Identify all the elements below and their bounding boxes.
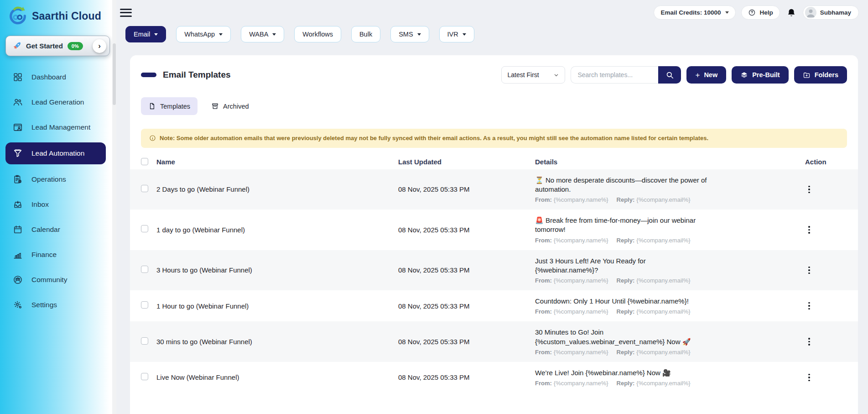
- sort-select[interactable]: Latest First: [501, 66, 565, 84]
- table-row: 1 Hour to go (Webinar Funnel)08 Nov, 202…: [130, 290, 858, 321]
- channel-tab-workflows[interactable]: Workflows: [294, 26, 341, 42]
- email-templates-card: Email Templates Latest First: [130, 55, 858, 414]
- channel-tab-email[interactable]: Email: [125, 26, 166, 42]
- sidebar-item-dashboard[interactable]: Dashboard: [5, 67, 106, 87]
- template-meta: From:{%company.name%}Reply:{%company.ema…: [535, 196, 795, 203]
- folders-button[interactable]: Folders: [794, 66, 847, 84]
- sidebar-item-community[interactable]: Community: [5, 270, 106, 290]
- template-meta: From:{%company.name%}Reply:{%company.ema…: [535, 349, 795, 356]
- row-actions-kebab-icon[interactable]: [805, 335, 813, 348]
- from-value: {%company.name%}: [554, 380, 608, 387]
- sidebar-scrollbar-thumb[interactable]: [113, 43, 116, 105]
- hamburger-menu-icon[interactable]: [120, 9, 132, 17]
- templates-table: Name Last Updated Details Action 2 Days …: [130, 154, 858, 393]
- channel-tab-waba[interactable]: WABA: [241, 26, 284, 42]
- row-checkbox[interactable]: [141, 225, 148, 232]
- row-action-cell: [795, 264, 847, 277]
- template-name: 1 Hour to go (Webinar Funnel): [156, 302, 398, 310]
- row-actions-kebab-icon[interactable]: [805, 223, 813, 236]
- sidebar-item-operations[interactable]: Operations: [5, 169, 106, 189]
- template-subject: 🚨 Break free from time-for-money—join ou…: [535, 216, 709, 235]
- channel-tab-ivr[interactable]: IVR: [439, 26, 474, 42]
- sidebar-item-inbox[interactable]: Inbox: [5, 194, 106, 215]
- new-template-button[interactable]: + New: [686, 66, 726, 84]
- channel-tab-bulk[interactable]: Bulk: [351, 26, 380, 42]
- sidebar-item-lead-automation[interactable]: Lead Automation: [5, 142, 106, 164]
- row-checkbox[interactable]: [141, 185, 148, 192]
- meta-reply: Reply:{%company.email%}: [617, 349, 691, 356]
- search-button[interactable]: [658, 66, 681, 84]
- row-checkbox-cell: [141, 337, 156, 346]
- help-button[interactable]: Help: [741, 5, 780, 20]
- sidebar-item-lead-management[interactable]: Lead Management: [5, 117, 106, 137]
- sidebar-item-calendar[interactable]: Calendar: [5, 220, 106, 240]
- template-meta: From:{%company.name%}Reply:{%company.ema…: [535, 277, 795, 284]
- users-icon: [12, 97, 23, 107]
- reply-value: {%company.email%}: [636, 277, 690, 284]
- reply-label: Reply:: [617, 196, 635, 203]
- row-checkbox[interactable]: [141, 266, 148, 273]
- help-icon: [748, 9, 756, 16]
- row-checkbox[interactable]: [141, 301, 148, 309]
- template-subject: Just 3 Hours Left! Are You Ready for {%w…: [535, 257, 709, 275]
- document-icon: [148, 102, 156, 110]
- row-checkbox[interactable]: [141, 337, 148, 345]
- tab-archived[interactable]: Archived: [204, 97, 256, 115]
- topbar: Email Credits: 10000 Help: [116, 0, 868, 23]
- notification-bell-icon[interactable]: [785, 8, 797, 18]
- reply-label: Reply:: [617, 349, 635, 356]
- template-name: Live Now (Webinar Funnel): [156, 373, 398, 381]
- chevron-down-icon: [154, 33, 158, 36]
- sync-note-banner: Note: Some older automation emails that …: [141, 129, 847, 148]
- chevron-right-icon[interactable]: ›: [93, 39, 106, 53]
- row-action-cell: [795, 299, 847, 313]
- sidebar-item-lead-generation[interactable]: Lead Generation: [5, 92, 106, 112]
- sidebar-item-finance[interactable]: Finance: [5, 245, 106, 265]
- sidebar-item-label: Inbox: [31, 200, 49, 209]
- from-value: {%company.name%}: [554, 308, 608, 315]
- table-row: Live Now (Webinar Funnel)08 Nov, 2025 05…: [130, 362, 858, 393]
- row-actions-kebab-icon[interactable]: [805, 183, 813, 196]
- row-action-cell: [795, 223, 847, 236]
- last-updated: 08 Nov, 2025 05:33 PM: [398, 266, 535, 274]
- user-name: Subhamay: [820, 9, 851, 16]
- sort-selected-value: Latest First: [507, 71, 539, 79]
- search-input[interactable]: [571, 66, 658, 84]
- user-menu-button[interactable]: Subhamay: [803, 5, 859, 20]
- from-label: From:: [535, 277, 552, 284]
- from-label: From:: [535, 380, 552, 387]
- select-all-checkbox[interactable]: [141, 158, 148, 165]
- reply-value: {%company.email%}: [636, 308, 690, 315]
- meta-reply: Reply:{%company.email%}: [617, 308, 691, 315]
- meta-from: From:{%company.name%}: [535, 308, 608, 315]
- row-actions-kebab-icon[interactable]: [805, 299, 813, 313]
- row-actions-kebab-icon[interactable]: [805, 371, 813, 384]
- calendar-icon: [12, 225, 23, 235]
- template-details: 30 Minutes to Go! Join {%custom_values.w…: [535, 328, 795, 356]
- template-details: Just 3 Hours Left! Are You Ready for {%w…: [535, 257, 795, 284]
- sidebar-item-settings[interactable]: Settings: [5, 295, 106, 315]
- sidebar-item-label: Calendar: [31, 225, 60, 234]
- pre-built-button[interactable]: Pre-Built: [732, 66, 788, 84]
- channel-tab-sms[interactable]: SMS: [390, 26, 429, 42]
- meta-reply: Reply:{%company.email%}: [617, 277, 691, 284]
- email-credits-button[interactable]: Email Credits: 10000: [654, 5, 736, 20]
- sidebar-item-label: Lead Generation: [31, 98, 84, 106]
- brand-name: Saarthi Cloud: [32, 10, 101, 22]
- sidebar-scrollbar[interactable]: [112, 0, 116, 414]
- help-label: Help: [759, 9, 773, 16]
- new-button-label: New: [704, 71, 717, 79]
- last-updated: 08 Nov, 2025 05:33 PM: [398, 338, 535, 346]
- sidebar-item-label: Lead Management: [31, 123, 90, 131]
- row-actions-kebab-icon[interactable]: [805, 264, 813, 277]
- get-started-label: Get Started: [26, 42, 63, 50]
- get-started-button[interactable]: Get Started 0% ›: [5, 36, 110, 56]
- folder-plus-icon: [803, 71, 811, 79]
- table-row: 2 Days to go (Webinar Funnel)08 Nov, 202…: [130, 169, 858, 210]
- reply-value: {%company.email%}: [636, 196, 690, 203]
- channel-tab-label: Workflows: [302, 31, 333, 38]
- tab-templates[interactable]: Templates: [141, 97, 198, 115]
- channel-tab-whatsapp[interactable]: WhatsApp: [176, 26, 231, 42]
- sidebar-item-label: Finance: [31, 251, 57, 259]
- row-checkbox[interactable]: [141, 373, 148, 380]
